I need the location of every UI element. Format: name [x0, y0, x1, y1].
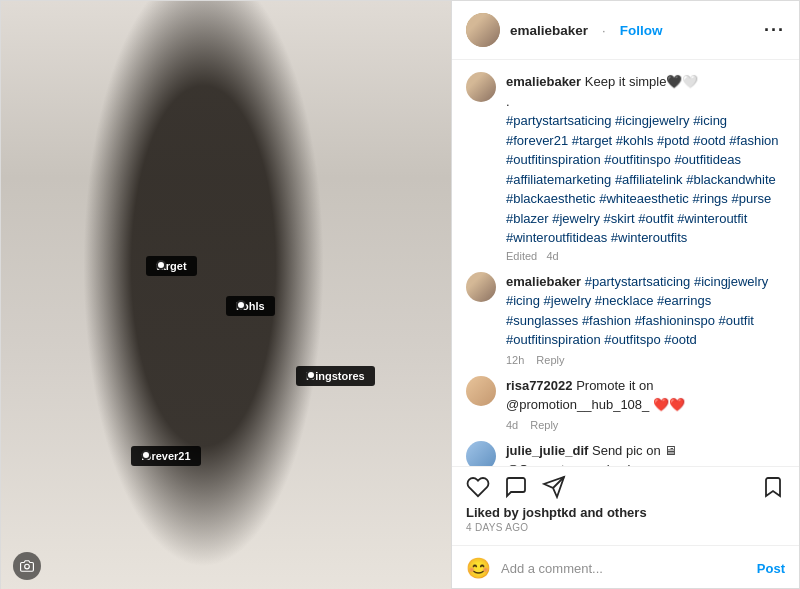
header-username[interactable]: emaliebaker	[510, 23, 588, 38]
caption-simple-text: Keep it simple🖤🤍	[585, 74, 699, 89]
comment-row-1: emaliebaker #partystartsaticing #icingje…	[466, 272, 785, 366]
post-image: target kohls icingstores forever21	[1, 1, 451, 589]
product-tag-target[interactable]: target	[146, 256, 197, 276]
caption-text: emaliebaker Keep it simple🖤🤍	[506, 72, 785, 92]
comment-button[interactable]	[504, 475, 528, 499]
comment-input[interactable]	[501, 561, 747, 576]
bookmark-button[interactable]	[761, 475, 785, 499]
image-background: target kohls icingstores forever21	[1, 1, 451, 589]
product-tag-icing[interactable]: icingstores	[296, 366, 375, 386]
share-button[interactable]	[542, 475, 566, 499]
comment-2-body: risa772022 Promote it on @promotion__hub…	[506, 376, 785, 431]
comment-1-text: emaliebaker #partystartsaticing #icingje…	[506, 272, 785, 350]
more-options-button[interactable]: ···	[764, 20, 785, 41]
post-header: emaliebaker · Follow ···	[452, 1, 799, 60]
header-dot: ·	[602, 23, 606, 38]
comment-row-3: julie_julie_dif Send pic on 🖥 @Supportwo…	[466, 441, 785, 467]
caption-dot: .	[506, 92, 785, 112]
comment-1-body: emaliebaker #partystartsaticing #icingje…	[506, 272, 785, 366]
caption-hashtags: #partystartsaticing #icingjewelry #icing…	[506, 111, 785, 248]
comment-3-body: julie_julie_dif Send pic on 🖥 @Supportwo…	[506, 441, 785, 467]
product-tag-kohls[interactable]: kohls	[226, 296, 275, 316]
post-actions: Liked by joshptkd and others 4 DAYS AGO	[452, 466, 799, 545]
like-button[interactable]	[466, 475, 490, 499]
post-comment-button[interactable]: Post	[757, 561, 785, 576]
add-comment-row: 😊 Post	[452, 545, 799, 589]
comment-row-2: risa772022 Promote it on @promotion__hub…	[466, 376, 785, 431]
caption-username[interactable]: emaliebaker	[506, 74, 581, 89]
post-content: emaliebaker Keep it simple🖤🤍 . #partysta…	[452, 60, 799, 466]
likes-text: Liked by joshptkd and others	[466, 505, 785, 520]
caption-hashtag-text: #partystartsaticing #icingjewelry #icing…	[506, 113, 778, 245]
caption-avatar[interactable]	[466, 72, 496, 102]
comment-2-text: risa772022 Promote it on @promotion__hub…	[506, 376, 785, 415]
follow-button[interactable]: Follow	[620, 23, 663, 38]
comment-1-avatar[interactable]	[466, 272, 496, 302]
comment-2-reply[interactable]: Reply	[530, 419, 558, 431]
comment-2-meta: 4d Reply	[506, 419, 785, 431]
svg-point-0	[25, 564, 30, 569]
comment-1-username[interactable]: emaliebaker	[506, 274, 581, 289]
emoji-button[interactable]: 😊	[466, 556, 491, 580]
comment-3-text: julie_julie_dif Send pic on 🖥 @Supportwo…	[506, 441, 785, 467]
caption-edited: Edited 4d	[506, 250, 785, 262]
product-tag-forever21[interactable]: forever21	[131, 446, 201, 466]
comment-1-time: 12h	[506, 354, 524, 366]
comment-3-username[interactable]: julie_julie_dif	[506, 443, 588, 458]
comment-1-reply[interactable]: Reply	[536, 354, 564, 366]
comment-2-avatar[interactable]	[466, 376, 496, 406]
action-icons-row	[466, 475, 785, 499]
post-info-panel: emaliebaker · Follow ··· emaliebaker Kee…	[451, 1, 799, 589]
post-timestamp: 4 DAYS AGO	[466, 522, 785, 533]
caption-body: emaliebaker Keep it simple🖤🤍 . #partysta…	[506, 72, 785, 262]
comment-2-username[interactable]: risa772022	[506, 378, 573, 393]
comment-1-meta: 12h Reply	[506, 354, 785, 366]
comment-3-avatar[interactable]	[466, 441, 496, 467]
camera-icon	[13, 552, 41, 580]
figure-overlay	[1, 1, 451, 589]
header-avatar[interactable]	[466, 13, 500, 47]
likes-username[interactable]: joshptkd	[522, 505, 576, 520]
comment-2-time: 4d	[506, 419, 518, 431]
caption-row: emaliebaker Keep it simple🖤🤍 . #partysta…	[466, 72, 785, 262]
post-container: target kohls icingstores forever21	[0, 0, 800, 589]
